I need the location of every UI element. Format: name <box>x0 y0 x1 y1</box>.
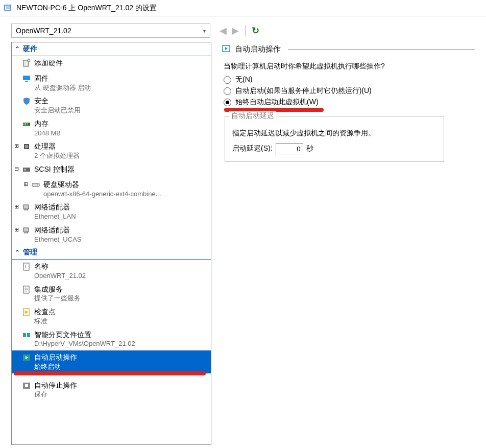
tree-item-autostop[interactable]: 自动停止操作保存 <box>12 379 211 401</box>
svg-rect-5 <box>25 81 28 82</box>
detail-heading: 自动启动操作 <box>222 44 475 55</box>
radio-icon <box>224 87 231 95</box>
tree-item-name[interactable]: I 名称OpenWRT_21.02 <box>12 260 211 282</box>
radio-icon <box>224 76 231 84</box>
svg-rect-16 <box>23 205 29 209</box>
section-management[interactable]: ⌃ 管理 <box>12 246 211 260</box>
svg-point-15 <box>37 184 38 185</box>
vm-selector-value: OpenWRT_21.02 <box>16 27 71 35</box>
group-description: 指定启动延迟以减少虚拟机之间的资源争用。 <box>232 129 436 138</box>
svg-rect-17 <box>25 209 26 210</box>
collapse-icon[interactable]: ⊟ <box>12 164 21 172</box>
expand-icon[interactable]: ⊞ <box>12 225 21 233</box>
expand-icon[interactable]: ⊞ <box>12 142 21 149</box>
svg-rect-11 <box>25 145 28 148</box>
tree-item-add-hardware[interactable]: 添加硬件 <box>12 56 211 72</box>
svg-text:I: I <box>25 264 27 269</box>
radio-always[interactable]: 始终自动启动此虚拟机(W) <box>222 98 475 107</box>
nav-forward-icon[interactable]: ▶ <box>232 25 239 36</box>
question-text: 当物理计算机启动时你希望此虚拟机执行哪些操作? <box>224 62 475 71</box>
delay-label: 启动延迟(S): <box>232 144 273 153</box>
hdd-icon <box>30 180 41 191</box>
radio-icon <box>224 99 231 106</box>
svg-rect-20 <box>25 232 26 233</box>
add-hardware-icon <box>21 58 32 69</box>
autostart-icon <box>222 44 231 55</box>
group-label: 自动启动延迟 <box>229 111 276 121</box>
paging-icon <box>21 330 32 341</box>
settings-tree[interactable]: ⌃ 硬件 添加硬件 固件从 硬盘驱动器 启动 安全安全启动已禁用 内存2048 … <box>11 42 211 445</box>
checkpoint-icon <box>21 307 32 318</box>
memory-icon <box>21 119 32 130</box>
svg-rect-4 <box>23 76 30 80</box>
tree-item-nic1[interactable]: ⊞ 网络适配器Ethernet_LAN <box>12 200 211 223</box>
svg-rect-28 <box>27 333 30 337</box>
delay-input[interactable] <box>276 143 303 154</box>
collapse-icon: ⌃ <box>15 249 20 256</box>
tree-item-security[interactable]: 安全安全启动已禁用 <box>12 94 211 116</box>
chevron-down-icon: ▾ <box>203 28 206 34</box>
autostop-icon <box>21 381 32 392</box>
tree-item-firmware[interactable]: 固件从 硬盘驱动器 启动 <box>12 72 211 94</box>
autostart-icon <box>21 352 32 364</box>
window-title: NEWTON-PC-6 上 OpenWRT_21.02 的设置 <box>16 4 157 13</box>
radio-none[interactable]: 无(N) <box>222 75 475 84</box>
svg-point-13 <box>24 169 26 171</box>
network-icon <box>21 202 32 214</box>
vm-selector-dropdown[interactable]: OpenWRT_21.02 ▾ <box>11 23 210 38</box>
tree-item-hdd[interactable]: ⊞ 硬盘驱动器openwrt-x86-64-generic-ext4-combi… <box>12 178 211 200</box>
titlebar: NEWTON-PC-6 上 OpenWRT_21.02 的设置 <box>0 0 486 16</box>
nav-icons: ◀ ▶ ↻ <box>220 25 259 36</box>
radio-auto-if-running[interactable]: 自动启动(如果当服务停止时它仍然运行)(U) <box>222 86 475 96</box>
expand-icon[interactable]: ⊞ <box>21 180 30 187</box>
nav-back-icon[interactable]: ◀ <box>220 25 227 36</box>
svg-rect-18 <box>27 209 28 210</box>
tree-item-cpu[interactable]: ⊞ 处理器2 个虚拟处理器 <box>12 139 211 162</box>
svg-rect-1 <box>6 6 10 9</box>
svg-rect-21 <box>27 232 28 233</box>
svg-rect-7 <box>23 123 25 125</box>
name-icon: I <box>21 262 32 273</box>
cpu-icon <box>21 142 32 153</box>
startup-delay-group: 自动启动延迟 指定启动延迟以减少虚拟机之间的资源争用。 启动延迟(S): 秒 <box>225 116 444 162</box>
svg-point-26 <box>25 311 28 314</box>
network-icon <box>21 225 32 237</box>
separator <box>245 25 246 36</box>
refresh-icon[interactable]: ↻ <box>252 25 259 36</box>
vm-settings-icon <box>4 4 12 12</box>
svg-rect-27 <box>23 333 26 337</box>
toolbar: OpenWRT_21.02 ▾ ◀ ▶ ↻ <box>0 16 486 42</box>
tree-item-scsi[interactable]: ⊟ SCSI 控制器 <box>12 162 211 178</box>
section-hardware[interactable]: ⌃ 硬件 <box>12 42 211 56</box>
tree-item-services[interactable]: 集成服务提供了一些服务 <box>12 282 211 305</box>
tree-item-autostart[interactable]: 自动启动操作始终启动 <box>12 350 211 373</box>
svg-marker-34 <box>225 47 228 50</box>
scsi-icon <box>21 164 32 176</box>
tree-item-checkpoint[interactable]: 检查点标准 <box>12 305 211 327</box>
services-icon <box>21 285 32 296</box>
svg-rect-9 <box>27 123 28 125</box>
tree-item-memory[interactable]: 内存2048 MB <box>12 117 211 139</box>
svg-rect-32 <box>25 384 28 387</box>
monitor-icon <box>21 74 32 85</box>
expand-icon[interactable]: ⊞ <box>12 202 21 210</box>
tree-item-paging[interactable]: 智能分页文件位置D:\HyperV_VMs\OpenWRT_21.02 <box>12 328 211 350</box>
tree-item-nic2[interactable]: ⊞ 网络适配器Ethernet_UCAS <box>12 223 211 246</box>
shield-icon <box>21 96 32 107</box>
settings-detail: 自动启动操作 当物理计算机启动时你希望此虚拟机执行哪些操作? 无(N) 自动启动… <box>222 42 475 445</box>
svg-rect-19 <box>23 228 29 232</box>
collapse-icon: ⌃ <box>15 45 20 53</box>
delay-unit: 秒 <box>306 144 313 153</box>
svg-rect-8 <box>25 123 26 125</box>
